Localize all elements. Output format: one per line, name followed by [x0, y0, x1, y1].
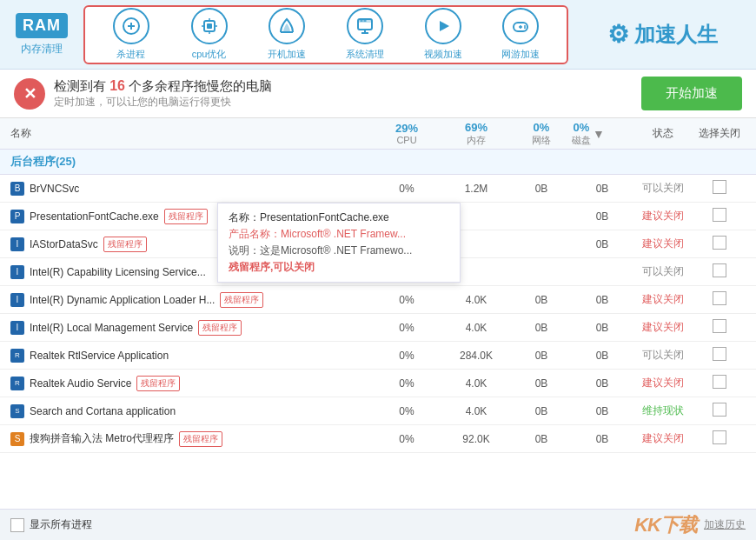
row-status: 建议关闭 [633, 431, 693, 446]
table-row: P PresentationFontCache.exe 残留程序 0B 建议关闭… [0, 203, 756, 230]
row-name-text: Intel(R) Capability Licensing Service... [30, 266, 206, 278]
boot-accelerate-icon [269, 8, 305, 44]
row-icon: I [10, 265, 24, 279]
row-checkbox[interactable] [713, 347, 726, 361]
toolbar-cpu-optimize[interactable]: cpu优化 [170, 4, 249, 64]
row-disk: 0B [572, 322, 633, 334]
alert-left: ✕ 检测到有 16 个多余程序拖慢您的电脑 定时加速，可以让您的电脑运行得更快 [14, 78, 272, 110]
toolbar-system-clean[interactable]: 系统清理 [326, 4, 404, 64]
table-header: 名称 29% CPU 69% 内存 0% 网络 0% 磁盘 ▼ 状态 选择关闭 [0, 118, 756, 150]
row-select [693, 180, 746, 197]
col-header-disk: 0% 磁盘 ▼ [572, 121, 633, 147]
row-icon: I [10, 321, 24, 335]
row-mem: 4.0K [441, 294, 511, 306]
gear-icon: ⚙ [607, 20, 629, 49]
tooltip-popup: 名称：PresentationFontCache.exe 产品名称：Micros… [217, 203, 461, 283]
row-disk: 0B [572, 405, 633, 417]
row-mem: 4.0K [441, 322, 511, 334]
alert-bar: ✕ 检测到有 16 个多余程序拖慢您的电脑 定时加速，可以让您的电脑运行得更快 … [0, 70, 756, 118]
row-cpu: 0% [372, 350, 441, 362]
row-select [693, 347, 746, 364]
col-header-cpu: 29% CPU [372, 122, 441, 145]
row-select [693, 430, 746, 448]
row-status: 建议关闭 [633, 237, 693, 251]
row-select [693, 291, 746, 309]
col-header-name: 名称 [10, 126, 372, 141]
game-accelerate-label: 网游加速 [501, 48, 540, 61]
start-accelerate-button[interactable]: 开始加速 [641, 77, 742, 110]
row-mem: 4.0K [441, 405, 511, 417]
row-icon: R [10, 377, 24, 390]
toolbar-kill-process[interactable]: 杀进程 [92, 4, 170, 64]
row-net: 0B [511, 322, 572, 334]
row-checkbox[interactable] [713, 208, 726, 222]
row-net: 0B [511, 294, 572, 306]
row-net: 0B [511, 350, 572, 362]
video-accelerate-icon [425, 8, 461, 44]
toolbar-video-accelerate[interactable]: 视频加速 [404, 4, 482, 64]
row-checkbox[interactable] [713, 236, 726, 250]
row-name-text: Search and Cortana application [30, 405, 176, 417]
row-name-text: IAStorDataSvc [30, 238, 98, 250]
table-row: S 搜狗拼音输入法 Metro代理程序 残留程序 0% 92.0K 0B 0B … [0, 425, 756, 453]
svg-point-20 [524, 25, 526, 27]
table-scroll[interactable]: 后台程序(25) B BrVNCSvc 0% 1.2M 0B 0B 可以关闭 P… [0, 150, 756, 509]
row-checkbox[interactable] [713, 403, 726, 417]
row-checkbox[interactable] [713, 430, 726, 444]
tooltip-product: 产品名称：Microsoft® .NET Framew... [229, 227, 449, 242]
ram-button[interactable]: RAM 内存清理 [7, 13, 76, 57]
col-header-mem: 69% 内存 [441, 121, 511, 147]
row-icon: R [10, 349, 24, 363]
row-disk: 0B [572, 377, 633, 390]
game-accelerate-icon [502, 8, 539, 44]
row-cpu: 0% [372, 183, 441, 195]
cpu-optimize-label: cpu优化 [192, 48, 227, 61]
row-icon: I [10, 293, 24, 307]
row-name: I Intel(R) Local Management Service 残留程序 [10, 320, 372, 336]
col-header-select: 选择关闭 [693, 126, 746, 141]
row-status: 建议关闭 [633, 320, 693, 335]
tag-residual: 残留程序 [103, 237, 147, 252]
kill-process-label: 杀进程 [116, 48, 145, 61]
row-name-text: Realtek Audio Service [30, 377, 131, 390]
row-cpu: 0% [372, 322, 441, 334]
row-disk: 0B [572, 294, 633, 306]
tag-residual: 残留程序 [179, 431, 222, 447]
row-checkbox[interactable] [713, 375, 726, 389]
table-row: S Search and Cortana application 0% 4.0K… [0, 397, 756, 425]
show-all-processes[interactable]: 显示所有进程 [10, 517, 92, 532]
row-checkbox[interactable] [713, 319, 726, 333]
row-checkbox[interactable] [713, 180, 726, 194]
boot-accelerate-label: 开机加速 [268, 48, 306, 61]
show-all-checkbox[interactable] [10, 518, 24, 532]
ram-label: 内存清理 [21, 42, 63, 57]
row-status: 维持现状 [633, 403, 693, 418]
ram-icon: RAM [16, 13, 68, 38]
svg-marker-16 [440, 21, 449, 31]
disk-sort-icon[interactable]: ▼ [593, 127, 605, 141]
row-mem: 4.0K [441, 377, 511, 390]
row-icon: B [10, 182, 24, 196]
row-select [693, 375, 746, 392]
video-accelerate-label: 视频加速 [424, 48, 462, 61]
row-name: S 搜狗拼音输入法 Metro代理程序 残留程序 [10, 431, 372, 447]
row-checkbox[interactable] [713, 291, 726, 305]
show-all-label: 显示所有进程 [30, 517, 92, 532]
row-checkbox[interactable] [713, 263, 726, 277]
row-net: 0B [511, 405, 572, 417]
row-name-text: Intel(R) Local Management Service [30, 322, 193, 334]
toolbar-game-accelerate[interactable]: 网游加速 [481, 4, 560, 64]
toolbar-boot-accelerate[interactable]: 开机加速 [248, 4, 326, 64]
table-row: I Intel(R) Dynamic Application Loader H.… [0, 286, 756, 314]
system-clean-label: 系统清理 [346, 48, 384, 61]
alert-text-sub: 定时加速，可以让您的电脑运行得更快 [54, 95, 272, 110]
row-name: R Realtek Audio Service 残留程序 [10, 376, 372, 391]
row-cpu: 0% [372, 377, 441, 390]
row-cpu: 0% [372, 294, 441, 306]
tag-residual: 残留程序 [164, 209, 208, 224]
brand-area: ⚙ 加速人生 [575, 20, 749, 49]
row-status: 可以关闭 [633, 264, 693, 279]
speed-history-link[interactable]: 加速历史 [704, 517, 746, 532]
section-background-header: 后台程序(25) [0, 150, 756, 175]
row-select [693, 208, 746, 225]
